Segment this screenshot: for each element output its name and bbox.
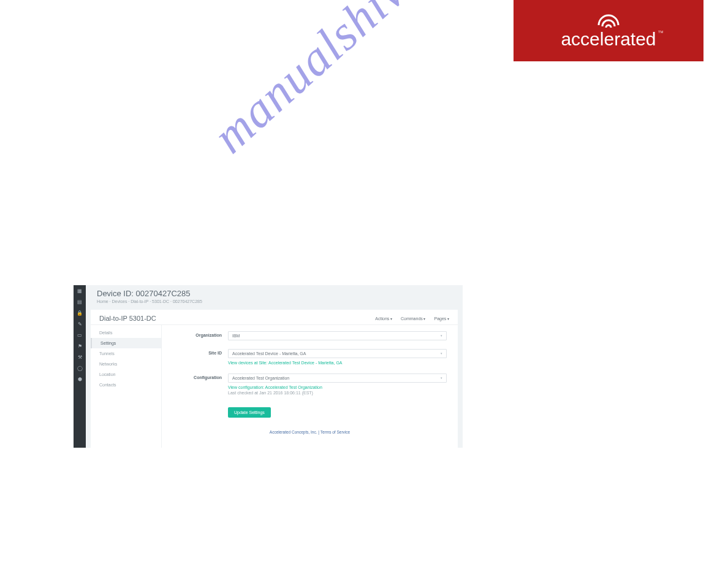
chart-icon[interactable]: ⚒ xyxy=(77,354,83,360)
tab-networks[interactable]: Networks xyxy=(91,359,161,369)
lock-icon[interactable]: 🔒 xyxy=(77,310,83,316)
tab-contacts[interactable]: Contacts xyxy=(91,380,161,390)
breadcrumb: Home · Devices · Dial-to-IP · 5301-DC · … xyxy=(97,299,452,304)
wifi-arc-icon xyxy=(595,12,622,28)
document-icon[interactable]: ▭ xyxy=(77,332,83,338)
settings-form: Organization IBM Site ID Accelerated Tes… xyxy=(162,325,458,448)
site-id-label: Site ID xyxy=(173,349,228,365)
configuration-select[interactable]: Accelerated Test Organization xyxy=(228,373,447,383)
device-panel: Dial-to-IP 5301-DC Actions Commands Page… xyxy=(91,310,458,448)
tab-details[interactable]: Details xyxy=(91,327,161,338)
settings-tabs: Details Settings Tunnels Networks Locati… xyxy=(91,325,162,448)
globe-icon[interactable]: ◯ xyxy=(77,365,83,371)
site-id-select[interactable]: Accelerated Test Device - Marietta, GA xyxy=(228,349,447,358)
panel-action-menus: Actions Commands Pages xyxy=(375,316,449,321)
brand-logo: accelerated TM xyxy=(514,0,703,61)
configuration-label: Configuration xyxy=(173,373,228,395)
trademark-symbol: TM xyxy=(658,30,664,34)
pages-menu[interactable]: Pages xyxy=(434,316,449,321)
actions-menu[interactable]: Actions xyxy=(375,316,392,321)
view-site-devices-link[interactable]: View devices at Site: Accelerated Test D… xyxy=(228,361,447,365)
grid-icon[interactable]: ▦ xyxy=(77,288,83,294)
tab-settings[interactable]: Settings xyxy=(91,338,161,348)
watermark-text: manualshive.com xyxy=(202,0,507,164)
shield-icon[interactable]: ⬢ xyxy=(77,376,83,382)
organization-select[interactable]: IBM xyxy=(228,331,447,340)
main-content: Device ID: 00270427C285 Home · Devices ·… xyxy=(86,285,463,448)
tab-tunnels[interactable]: Tunnels xyxy=(91,348,161,359)
nav-sidebar: ▦ ▤ 🔒 ✎ ▭ ⚑ ⚒ ◯ ⬢ xyxy=(74,285,86,448)
update-settings-button[interactable]: Update Settings xyxy=(228,407,271,418)
view-configuration-link[interactable]: View configuration: Accelerated Test Org… xyxy=(228,385,447,389)
commands-menu[interactable]: Commands xyxy=(401,316,425,321)
panel-title: Dial-to-IP 5301-DC xyxy=(99,315,156,322)
page-title: Device ID: 00270427C285 xyxy=(97,289,452,298)
organization-label: Organization xyxy=(173,331,228,340)
app-screenshot: ▦ ▤ 🔒 ✎ ▭ ⚑ ⚒ ◯ ⬢ Device ID: 00270427C28… xyxy=(74,285,463,448)
flag-icon[interactable]: ⚑ xyxy=(77,343,83,349)
last-checked-note: Last checked at Jan 21 2016 18:06:11 (ES… xyxy=(228,391,447,395)
tab-location[interactable]: Location xyxy=(91,369,161,380)
book-icon[interactable]: ▤ xyxy=(77,299,83,305)
wrench-icon[interactable]: ✎ xyxy=(77,321,83,327)
brand-wordmark: accelerated TM xyxy=(561,29,656,50)
footer-links[interactable]: Accelerated Concepts, Inc. | Terms of Se… xyxy=(173,426,447,435)
